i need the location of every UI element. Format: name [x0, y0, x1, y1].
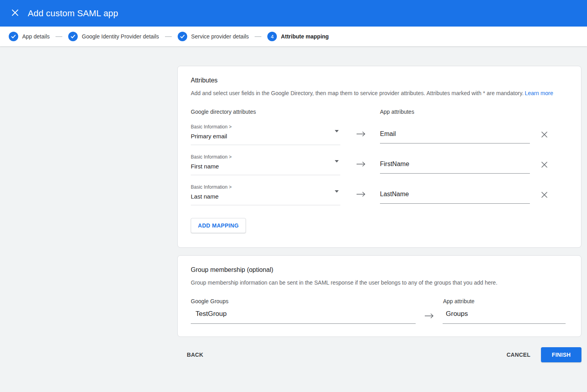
attributes-column-headers: Google directory attributes App attribut…: [191, 109, 568, 115]
add-mapping-button[interactable]: ADD MAPPING: [191, 218, 246, 233]
right-arrow-icon: [356, 154, 366, 175]
google-groups-input[interactable]: [191, 307, 416, 324]
close-icon: [541, 131, 548, 140]
step-number-badge: 4: [267, 32, 277, 41]
directory-attribute-select[interactable]: Basic Information > Last name: [191, 184, 340, 205]
right-arrow-icon: [356, 124, 366, 145]
attributes-description-text: Add and select user fields in the Google…: [191, 90, 524, 96]
check-icon: [68, 32, 78, 41]
dialog-title: Add custom SAML app: [28, 8, 118, 19]
select-value: Last name: [191, 193, 340, 200]
group-membership-card: Group membership (optional) Group member…: [177, 255, 581, 337]
google-groups-header: Google Groups: [191, 298, 443, 304]
right-arrow-icon: [424, 307, 434, 324]
select-category-label: Basic Information >: [191, 124, 340, 130]
mapping-row: Basic Information > First name: [191, 154, 568, 175]
dialog-content: Attributes Add and select user fields in…: [0, 46, 587, 392]
check-icon: [9, 32, 18, 41]
group-mapping-row: [191, 307, 568, 324]
check-icon: [178, 32, 187, 41]
attributes-card-title: Attributes: [191, 77, 568, 84]
attributes-description: Add and select user fields in the Google…: [191, 89, 568, 97]
cancel-button[interactable]: CANCEL: [500, 348, 537, 362]
step-label: App details: [22, 33, 50, 40]
add-custom-saml-app-dialog: Add custom SAML app App details Google I…: [0, 0, 587, 392]
step-label: Service provider details: [191, 33, 249, 40]
remove-mapping-button[interactable]: [539, 130, 550, 141]
app-attribute-input[interactable]: [380, 161, 530, 174]
group-card-description: Group membership information can be sent…: [191, 279, 568, 287]
mapping-row: Basic Information > Primary email: [191, 124, 568, 145]
stepper-step-google-idp-details[interactable]: Google Identity Provider details: [68, 32, 159, 41]
directory-attribute-select[interactable]: Basic Information > Primary email: [191, 124, 340, 145]
right-arrow-icon: [356, 184, 366, 205]
mapping-row: Basic Information > Last name: [191, 184, 568, 205]
stepper-step-attribute-mapping[interactable]: 4 Attribute mapping: [267, 32, 329, 41]
chevron-down-icon: [335, 190, 339, 193]
chevron-down-icon: [335, 160, 339, 163]
select-value: First name: [191, 163, 340, 170]
group-app-attribute-input[interactable]: [443, 307, 566, 324]
back-button[interactable]: BACK: [180, 348, 210, 362]
group-card-title: Group membership (optional): [191, 266, 568, 273]
learn-more-link[interactable]: Learn more: [525, 90, 553, 96]
dialog-header: Add custom SAML app: [0, 0, 587, 27]
close-button[interactable]: [7, 6, 23, 21]
select-category-label: Basic Information >: [191, 154, 340, 160]
remove-mapping-button[interactable]: [539, 160, 550, 171]
app-attribute-input[interactable]: [380, 130, 530, 143]
app-attribute-input[interactable]: [380, 191, 530, 204]
group-column-headers: Google Groups App attribute: [191, 298, 568, 304]
google-directory-attributes-header: Google directory attributes: [191, 109, 380, 115]
app-attribute-header: App attribute: [443, 298, 474, 304]
step-label: Attribute mapping: [281, 33, 329, 40]
app-attributes-header: App attributes: [380, 109, 414, 115]
select-value: Primary email: [191, 133, 340, 140]
step-separator: [56, 36, 62, 37]
remove-mapping-button[interactable]: [539, 190, 550, 201]
stepper-step-app-details[interactable]: App details: [9, 32, 50, 41]
step-separator: [255, 36, 261, 37]
stepper: App details Google Identity Provider det…: [0, 27, 587, 46]
step-separator: [165, 36, 172, 37]
close-icon: [541, 191, 548, 200]
stepper-step-service-provider-details[interactable]: Service provider details: [178, 32, 249, 41]
finish-button[interactable]: FINISH: [541, 347, 581, 362]
close-icon: [12, 9, 19, 18]
step-label: Google Identity Provider details: [82, 33, 159, 40]
dialog-footer: BACK CANCEL FINISH: [177, 347, 581, 362]
close-icon: [541, 161, 548, 170]
select-category-label: Basic Information >: [191, 184, 340, 190]
chevron-down-icon: [335, 130, 339, 132]
directory-attribute-select[interactable]: Basic Information > First name: [191, 154, 340, 175]
attributes-card: Attributes Add and select user fields in…: [177, 66, 581, 248]
